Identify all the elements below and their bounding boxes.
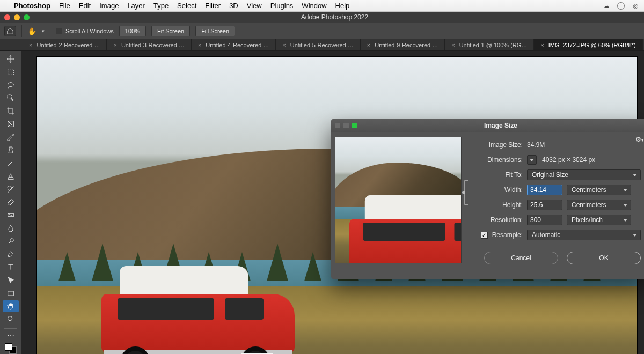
cloud-icon[interactable]: ☁︎ [602,2,611,10]
tab-close-icon[interactable]: × [113,42,116,48]
window-close-icon[interactable] [4,14,10,20]
lasso-tool[interactable] [3,79,19,91]
document-tab[interactable]: ×Untitled-4-Recovered … [192,39,276,50]
tab-close-icon[interactable]: × [198,42,201,48]
dialog-close-icon[interactable] [335,123,340,128]
dimensions-unit-dropdown[interactable] [527,155,537,165]
dodge-tool[interactable] [3,235,19,247]
frame-tool[interactable] [3,118,19,130]
menu-filter[interactable]: Filter [205,2,221,10]
height-input[interactable] [527,200,562,210]
pen-tool[interactable] [3,248,19,260]
blur-tool[interactable] [3,222,19,234]
scroll-all-windows-checkbox[interactable]: Scroll All Windows [56,28,114,34]
menu-window[interactable]: Window [302,2,326,10]
document-tab-active[interactable]: ×IMG_2372.JPG @ 60% (RGB/8*) [534,39,642,50]
menu-3d[interactable]: 3D [229,2,238,10]
tab-label: Untitled-4-Recovered … [206,42,269,48]
cancel-button[interactable]: Cancel [484,252,558,264]
fill-screen-button[interactable]: Fill Screen [195,26,235,36]
workspace: ⋯ [0,51,644,354]
canvas-area[interactable]: RC7746 Image Size [21,51,644,354]
menu-edit[interactable]: Edit [79,2,91,10]
menu-file[interactable]: File [59,2,70,10]
svg-rect-6 [8,291,13,296]
fit-to-value: Original Size [532,171,568,179]
dialog-form: ⚙︎▾ Image Size: 34.9M Dimensions: 4032 p… [466,132,644,279]
healing-brush-tool[interactable] [3,144,19,156]
type-tool[interactable] [3,261,19,273]
resample-select[interactable]: Automatic [527,230,641,240]
macos-status-icons: ☁︎ ◎ [602,2,640,10]
height-unit-select[interactable]: Centimeters [567,200,631,210]
menu-help[interactable]: Help [335,2,350,10]
tab-close-icon[interactable]: × [540,42,544,48]
hand-tool[interactable] [3,300,19,312]
checkbox-icon [56,28,62,34]
resolution-unit-select[interactable]: Pixels/Inch [567,215,631,225]
fit-screen-button[interactable]: Fit Screen [151,26,190,36]
fit-to-select[interactable]: Original Size [527,169,641,180]
dialog-zoom-icon[interactable] [352,123,357,128]
width-unit-value: Centimeters [572,186,606,194]
width-unit-select[interactable]: Centimeters [567,185,631,195]
height-unit-value: Centimeters [572,201,606,209]
tab-label: Untitled-1 @ 100% (RG… [459,42,528,48]
menu-type[interactable]: Type [153,2,169,10]
tab-label: Untitled-5-Recovered … [290,42,354,48]
ok-button[interactable]: OK [567,252,641,264]
edit-toolbar-icon[interactable]: ⋯ [3,331,19,339]
object-select-tool[interactable] [3,92,19,104]
menu-view[interactable]: View [247,2,262,10]
width-input[interactable] [527,185,562,195]
resolution-unit-value: Pixels/Inch [572,216,603,224]
dialog-titlebar[interactable]: Image Size [331,119,644,132]
move-tool[interactable] [3,53,19,65]
search-icon[interactable] [617,2,625,10]
eraser-tool[interactable] [3,196,19,208]
hand-tool-icon[interactable]: ✋ [27,27,36,35]
crop-tool[interactable] [3,105,19,117]
fg-color-swatch[interactable] [5,343,12,351]
svg-point-5 [10,239,13,242]
home-button[interactable] [4,26,16,36]
tool-preset-dropdown-icon[interactable]: ▾ [42,28,45,34]
tab-close-icon[interactable]: × [282,42,286,48]
cc-icon[interactable]: ◎ [631,2,640,10]
marquee-tool[interactable] [3,66,19,78]
resolution-input[interactable] [527,215,562,225]
window-minimize-icon[interactable] [14,14,20,20]
document-tab[interactable]: ×Untitled-3-Recovered … [107,39,191,50]
tab-close-icon[interactable]: × [29,42,32,48]
svg-rect-1 [8,95,11,99]
brush-tool[interactable] [3,157,19,169]
menu-image[interactable]: Image [99,2,119,10]
dialog-preview[interactable] [331,132,466,279]
rectangle-tool[interactable] [3,287,19,299]
gradient-tool[interactable] [3,209,19,221]
zoom-level-button[interactable]: 100% [119,26,146,36]
history-brush-tool[interactable] [3,183,19,195]
menu-layer[interactable]: Layer [127,2,145,10]
app-menu[interactable]: Photoshop [14,2,50,10]
zoom-tool[interactable] [3,313,19,325]
document-tab[interactable]: ×Untitled-5-Recovered … [276,39,360,50]
document-tab[interactable]: ×Untitled-2-Recovered … [23,39,107,50]
menu-plugins[interactable]: Plugins [270,2,294,10]
dialog-minimize-icon [343,123,349,128]
eyedropper-tool[interactable] [3,131,19,143]
gear-icon[interactable]: ⚙︎▾ [635,136,644,143]
document-tab[interactable]: ×Untitled-9-Recovered … [361,39,445,50]
menu-select[interactable]: Select [177,2,196,10]
window-traffic-lights[interactable] [4,14,30,20]
window-zoom-icon[interactable] [24,14,30,20]
tab-close-icon[interactable]: × [367,42,370,48]
clone-stamp-tool[interactable] [3,170,19,182]
tab-close-icon[interactable]: × [451,42,455,48]
resample-label: Resample: [492,231,523,239]
path-select-tool[interactable] [3,275,19,286]
foreground-background-swatch[interactable] [5,343,17,354]
document-tab[interactable]: ×Untitled-1 @ 100% (RG… [445,39,534,50]
constrain-proportions-icon[interactable] [462,179,470,206]
resample-checkbox[interactable]: ✓ [481,232,488,239]
